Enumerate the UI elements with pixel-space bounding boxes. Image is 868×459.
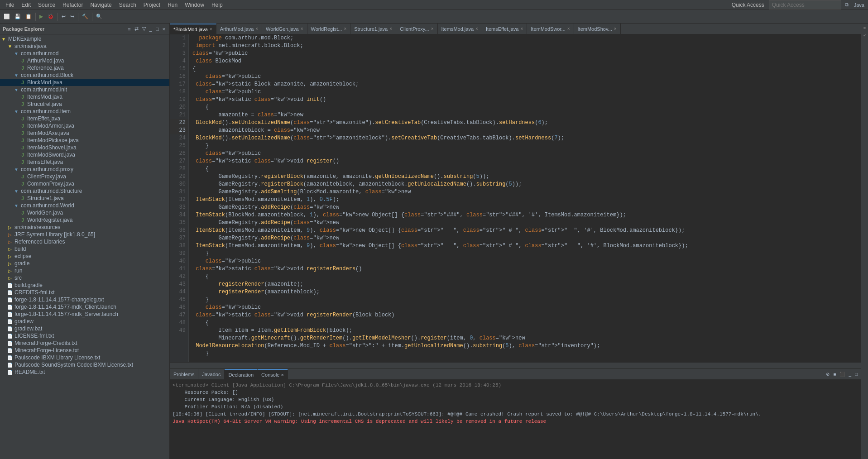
- tree-item-itemmodarmor-java[interactable]: JItemModArmor.java: [0, 122, 169, 129]
- tree-item-com-arthur-mod[interactable]: ▼com.arthur.mod: [0, 50, 169, 57]
- tree-item-itemsmod-java[interactable]: JItemsMod.java: [0, 93, 169, 100]
- tree-item-license-fml[interactable]: 📄LICENSE-fml.txt: [0, 332, 169, 339]
- tree-item-ref-libs[interactable]: ▷Referenced Libraries: [0, 238, 169, 245]
- minimize-panel-btn[interactable]: _: [148, 25, 153, 32]
- tab-itemsmod[interactable]: ItemsMod.java×: [438, 24, 482, 34]
- tree-item-build-folder[interactable]: ▷build: [0, 245, 169, 253]
- save-btn[interactable]: 💾: [13, 13, 23, 20]
- tree-item-readme[interactable]: 📄README.txt: [0, 368, 169, 376]
- tree-item-itemmodshovel-java[interactable]: JItemModShovel.java: [0, 144, 169, 151]
- tree-item-com-arthur-mod-world[interactable]: ▼com.arthur.mod.World: [0, 202, 169, 209]
- quick-access-input[interactable]: [769, 0, 841, 10]
- tree-item-gradle-folder[interactable]: ▷gradle: [0, 260, 169, 267]
- link-editor-btn[interactable]: ⇄: [133, 25, 140, 32]
- tab-clientproxy[interactable]: ClientProxy...×: [396, 24, 437, 34]
- tree-item-com-arthur-mod-proxy[interactable]: ▼com.arthur.mod.proxy: [0, 166, 169, 173]
- tree-item-reference-java[interactable]: JReference.java: [0, 64, 169, 72]
- tree-item-com-arthur-mod-item[interactable]: ▼com.arthur.mod.Item: [0, 108, 169, 115]
- tab-worldregist[interactable]: WorldRegist...×: [307, 24, 351, 34]
- tab-close-blockmod[interactable]: ×: [210, 27, 212, 32]
- editor-hscroll[interactable]: [170, 362, 861, 368]
- java-perspective-btn[interactable]: Java: [852, 1, 866, 9]
- tab-worldgen[interactable]: WorldGen.java×: [262, 24, 307, 34]
- console-terminate-btn[interactable]: ⬛: [838, 371, 846, 377]
- tree-item-commonproxy-java[interactable]: JCommonProxy.java: [0, 180, 169, 187]
- search-btn[interactable]: 🔍: [94, 13, 104, 20]
- menu-run[interactable]: Run: [164, 1, 181, 9]
- tab-close-clientproxy[interactable]: ×: [431, 26, 434, 31]
- tab-itemseffet[interactable]: ItemsEffet.java×: [482, 24, 527, 34]
- tab-structure1[interactable]: Structure1.java×: [350, 24, 396, 34]
- menu-project[interactable]: Project: [140, 1, 164, 9]
- tree-item-com-arthur-mod-init[interactable]: ▼com.arthur.mod.init: [0, 86, 169, 93]
- tree-item-src-main-resources[interactable]: ▷src/main/resources: [0, 224, 169, 231]
- menu-help[interactable]: Help: [208, 1, 226, 9]
- menu-file[interactable]: File: [2, 1, 18, 9]
- view-menu-btn[interactable]: ▽: [141, 25, 147, 32]
- build-btn[interactable]: 🔨: [80, 13, 90, 20]
- tree-item-credits-fml[interactable]: 📄CREDITS-fml.txt: [0, 289, 169, 296]
- tab-close-structure1[interactable]: ×: [389, 26, 392, 31]
- tree-item-blockmod-java[interactable]: JBlockMod.java: [0, 79, 169, 86]
- tab-close-itemmodsvor[interactable]: ×: [567, 26, 570, 31]
- tree-item-mcforge-license[interactable]: 📄MinecraftForge-License.txt: [0, 347, 169, 354]
- task-btn[interactable]: ✓: [862, 32, 868, 38]
- tree-item-itemmodaxe-java[interactable]: JItemModAxe.java: [0, 129, 169, 137]
- tree-item-itemseffet-java[interactable]: JItemsEffet.java: [0, 158, 169, 166]
- tree-item-strucutrel-java[interactable]: JStrucutrel.java: [0, 100, 169, 108]
- tree-item-mcforge-credits[interactable]: 📄MinecraftForge-Credits.txt: [0, 339, 169, 347]
- tree-item-itemeffet-java[interactable]: JItemEffet.java: [0, 115, 169, 122]
- tree-item-run-folder[interactable]: ▷run: [0, 267, 169, 274]
- tree-item-com-arthur-mod-structure[interactable]: ▼com.arthur.mod.Structure: [0, 187, 169, 195]
- tree-item-build-gradle[interactable]: 📄build.gradle: [0, 282, 169, 289]
- menu-window[interactable]: Window: [181, 1, 208, 9]
- tree-item-paulscode-ibxm[interactable]: 📄Paulscode IBXM Library License.txt: [0, 354, 169, 361]
- console-minimize-btn[interactable]: _: [847, 371, 853, 377]
- console-clear-btn[interactable]: ⊘: [825, 371, 831, 377]
- tree-item-paulscode-codec[interactable]: 📄Paulscode SoundSystem CodecIBXM License…: [0, 361, 169, 368]
- tree-item-gradlew-bat[interactable]: 📄gradlew.bat: [0, 325, 169, 332]
- collapse-all-btn[interactable]: ≡: [126, 25, 132, 32]
- maximize-btn[interactable]: ⧉: [843, 1, 850, 9]
- tree-item-clientproxy-java[interactable]: JClientProxy.java: [0, 173, 169, 180]
- tree-item-eclipse-folder[interactable]: ▷eclipse: [0, 253, 169, 260]
- console-maximize-btn[interactable]: □: [854, 371, 859, 377]
- tree-item-gradlew[interactable]: 📄gradlew: [0, 318, 169, 325]
- tree-item-forge-changelog[interactable]: 📄forge-1.8-11.14.4.1577-changelog.txt: [0, 296, 169, 303]
- code-content[interactable]: package com.arthur.mod.Block; import net…: [189, 34, 861, 362]
- new-btn[interactable]: ⬜: [2, 13, 12, 20]
- tab-javadoc[interactable]: Javadoc: [198, 369, 225, 379]
- tab-declaration[interactable]: Declaration: [225, 369, 258, 379]
- tree-item-jre-lib[interactable]: ▷JRE System Library [jdk1.8.0_65]: [0, 231, 169, 238]
- tree-item-src-main-java[interactable]: ▼src/main/java: [0, 43, 169, 50]
- menu-search[interactable]: Search: [115, 1, 140, 9]
- debug-btn[interactable]: 🐞: [46, 13, 56, 20]
- tree-item-com-arthur-mod-block[interactable]: ▼com.arthur.mod.Block: [0, 72, 169, 79]
- tree-item-worldgen-java[interactable]: JWorldGen.java: [0, 209, 169, 216]
- console-stop-btn[interactable]: ■: [832, 371, 837, 377]
- tree-item-src-folder[interactable]: ▷src: [0, 274, 169, 282]
- outline-btn[interactable]: ≡: [862, 25, 868, 31]
- menu-refactor[interactable]: Refactor: [59, 1, 86, 9]
- run-btn[interactable]: ▶: [38, 13, 45, 20]
- close-panel-btn[interactable]: ×: [161, 25, 167, 32]
- menu-source[interactable]: Source: [34, 1, 59, 9]
- tab-problems[interactable]: Problems: [170, 369, 198, 379]
- tree-item-forge-mdk-client[interactable]: 📄forge-1.8-11.14.4.1577-mdk_Client.launc…: [0, 303, 169, 311]
- tab-close-itemsmod[interactable]: ×: [475, 26, 478, 31]
- undo-btn[interactable]: ↩: [60, 13, 67, 20]
- tab-console[interactable]: Console ×: [258, 369, 288, 379]
- tab-arthurmod[interactable]: ArthurMod.java×: [216, 24, 262, 34]
- menu-navigate[interactable]: Navigate: [86, 1, 115, 9]
- tree-item-itemmodpickaxe-java[interactable]: JItemModPickaxe.java: [0, 137, 169, 144]
- tree-item-mdkexample[interactable]: ▼MDKExample: [0, 35, 169, 43]
- tree-item-forge-mdk-server[interactable]: 📄forge-1.8-11.14.4.1577-mdk_Server.launc…: [0, 311, 169, 318]
- tree-item-worldregister-java[interactable]: JWorldRegister.java: [0, 216, 169, 224]
- tab-itemmodsvor[interactable]: ItemModSwor...×: [527, 24, 574, 34]
- redo-btn[interactable]: ↪: [68, 13, 76, 20]
- tab-itemmodshor[interactable]: ItemModShov...×: [574, 24, 621, 34]
- tab-blockmod[interactable]: *BlockMod.java×: [170, 24, 216, 34]
- maximize-panel-btn[interactable]: □: [154, 25, 160, 32]
- save-all-btn[interactable]: 📋: [24, 13, 34, 20]
- tab-close-arthurmod[interactable]: ×: [255, 26, 258, 31]
